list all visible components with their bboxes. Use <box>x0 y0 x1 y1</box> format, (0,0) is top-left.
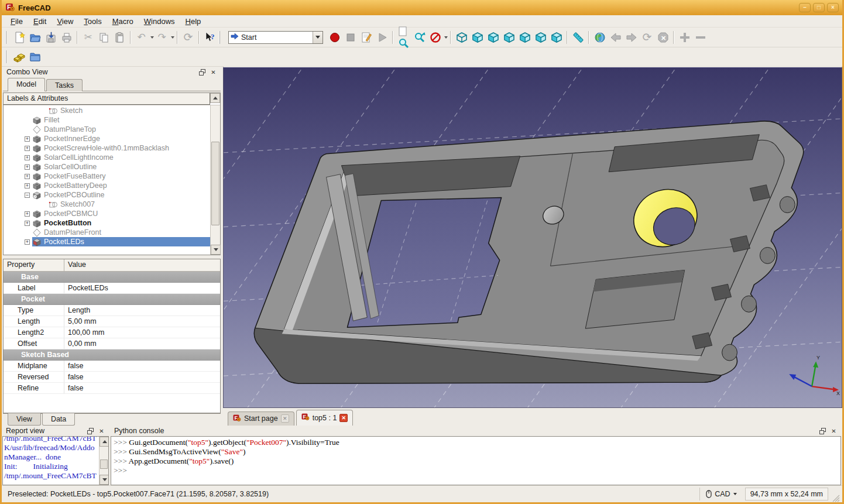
float-panel-icon[interactable] <box>819 427 826 435</box>
macro-edit-button[interactable] <box>358 29 374 45</box>
paste-button[interactable] <box>112 29 128 45</box>
report-log[interactable]: /tmp/.mount_FreeCAM7cBT K/usr/lib/freeca… <box>3 436 99 485</box>
property-value[interactable]: Length <box>64 306 220 314</box>
tree-expand-toggle[interactable]: − <box>25 193 30 198</box>
tree-expand-toggle[interactable]: + <box>25 221 30 226</box>
print-button[interactable] <box>59 29 74 45</box>
tab-model[interactable]: Model <box>8 78 45 91</box>
property-value[interactable]: PocketLEDs <box>64 284 220 292</box>
view-front-button[interactable] <box>469 29 485 45</box>
report-scroll-down-button[interactable] <box>100 475 109 485</box>
macro-play-button[interactable] <box>374 29 390 45</box>
draw-style-button[interactable] <box>427 29 443 45</box>
tree-scrollbar-thumb[interactable] <box>211 142 219 225</box>
tree-item-pocketpcboutline[interactable]: −PocketPCBOutline <box>4 190 210 200</box>
menu-windows[interactable]: Windows <box>139 16 180 27</box>
float-panel-icon[interactable] <box>198 68 206 76</box>
tree-expand-toggle[interactable]: + <box>25 136 30 142</box>
whats-this-button[interactable]: ? <box>202 29 218 45</box>
menu-view[interactable]: View <box>52 16 78 27</box>
menu-macro[interactable]: Macro <box>107 16 139 27</box>
close-panel-icon[interactable]: ✕ <box>98 427 105 435</box>
workbench-selector[interactable]: Start <box>228 31 323 44</box>
tree-expand-toggle[interactable]: + <box>25 164 30 170</box>
zoom-selection-button[interactable] <box>411 29 427 45</box>
tree-item-sketch[interactable]: Sketch <box>4 106 210 115</box>
report-scrollbar-thumb[interactable] <box>100 460 108 469</box>
property-row-reversed[interactable]: Reversedfalse <box>4 372 220 383</box>
macro-record-button[interactable] <box>327 29 342 45</box>
close-tab-icon[interactable]: ✕ <box>281 414 289 423</box>
refresh-button[interactable]: ⟳ <box>180 29 196 45</box>
property-row-refine[interactable]: Refinefalse <box>4 383 220 394</box>
view-axonometric-button[interactable] <box>454 29 469 45</box>
tree-item-datumplanetop[interactable]: DatumPlaneTop <box>4 125 210 134</box>
nav-forward-button[interactable] <box>623 29 639 45</box>
file-browser-button[interactable] <box>27 49 43 65</box>
tree-expand-toggle[interactable]: + <box>25 155 30 160</box>
tree-expand-toggle[interactable]: + <box>25 146 30 151</box>
open-folder-button[interactable] <box>27 29 43 45</box>
cut-button[interactable]: ✂ <box>80 29 96 45</box>
tree-item-sketch007[interactable]: Sketch007 <box>4 200 210 209</box>
tree-expand-toggle[interactable]: + <box>25 174 30 179</box>
document-tab-top5-1[interactable]: Ftop5 : 1✕ <box>296 410 354 426</box>
property-value[interactable]: 100,00 mm <box>64 328 220 337</box>
property-group-pocket[interactable]: Pocket <box>4 294 220 305</box>
tree-item-pocketbatterydeep[interactable]: +PocketBatteryDeep <box>4 181 210 190</box>
report-scrollbar[interactable] <box>99 437 108 485</box>
nav-back-button[interactable] <box>608 29 623 45</box>
property-group-base[interactable]: Base <box>4 272 220 283</box>
save-button[interactable] <box>43 29 59 45</box>
view-left-button[interactable] <box>548 29 564 45</box>
workbench-dropdown-button[interactable] <box>313 32 322 43</box>
report-scroll-up-button[interactable] <box>100 437 109 447</box>
tree-expand-toggle[interactable]: + <box>25 239 30 245</box>
menu-file[interactable]: File <box>5 16 28 27</box>
view-top-button[interactable] <box>485 29 501 45</box>
tab-tasks[interactable]: Tasks <box>46 79 83 91</box>
view-bottom-button[interactable] <box>533 29 548 45</box>
web-stop-button[interactable]: ✕ <box>655 29 671 45</box>
property-row-length[interactable]: Length5,00 mm <box>4 316 220 327</box>
tree-expand-toggle[interactable]: + <box>25 183 30 188</box>
tree-item-pocketinneredge[interactable]: +PocketInnerEdge <box>4 134 210 143</box>
tree-item-pocketfusebattery[interactable]: +PocketFuseBattery <box>4 172 210 181</box>
view-right-button[interactable] <box>501 29 517 45</box>
tree-scroll-up-button[interactable] <box>210 93 220 103</box>
tab-view[interactable]: View <box>8 413 41 426</box>
property-row-type[interactable]: TypeLength <box>4 305 220 316</box>
property-value[interactable]: 0,00 mm <box>64 340 220 348</box>
python-console-input[interactable]: >>> Gui.getDocument("top5").getObject("P… <box>111 437 840 485</box>
toolbar-handle[interactable] <box>5 50 8 63</box>
menu-tools[interactable]: Tools <box>78 16 107 27</box>
tree-item-pocketleds[interactable]: +PocketLEDs <box>4 237 210 246</box>
close-panel-icon[interactable]: ✕ <box>830 427 838 435</box>
menu-help[interactable]: Help <box>180 16 207 27</box>
zoom-in-button[interactable] <box>677 29 692 45</box>
tree-item-pocketbutton[interactable]: +PocketButton <box>4 218 210 228</box>
tree-item-pocketpcbmcu[interactable]: +PocketPCBMCU <box>4 209 210 218</box>
fit-all-button[interactable] <box>396 29 411 45</box>
workbench-start-button[interactable] <box>11 49 27 65</box>
view-rear-button[interactable] <box>517 29 533 45</box>
property-value[interactable]: 5,00 mm <box>64 317 220 325</box>
tree-item-pocketscrewhole-with0.1mmbacklash[interactable]: +PocketScrewHole-with0.1mmBacklash <box>4 143 210 153</box>
float-panel-icon[interactable] <box>87 427 94 435</box>
property-value[interactable]: false <box>64 384 220 392</box>
tree-item-datumplanefront[interactable]: DatumPlaneFront <box>4 228 210 237</box>
document-tab-start-page[interactable]: FStart page✕ <box>228 412 294 426</box>
chevron-down-icon[interactable] <box>444 36 448 39</box>
menu-edit[interactable]: Edit <box>28 16 52 27</box>
resize-grip[interactable] <box>832 494 840 502</box>
web-refresh-button[interactable]: ⟳ <box>639 29 655 45</box>
titlebar[interactable]: F FreeCAD – □ × <box>2 0 842 15</box>
close-tab-icon[interactable]: ✕ <box>339 414 348 422</box>
property-value[interactable]: false <box>64 373 220 381</box>
tree-item-fillet[interactable]: Fillet <box>4 115 210 125</box>
new-document-button[interactable] <box>11 29 27 45</box>
property-row-offset[interactable]: Offset0,00 mm <box>4 338 220 349</box>
copy-button[interactable] <box>96 29 112 45</box>
tree-expand-toggle[interactable]: + <box>25 211 30 217</box>
undo-button[interactable]: ↶ <box>133 29 149 45</box>
